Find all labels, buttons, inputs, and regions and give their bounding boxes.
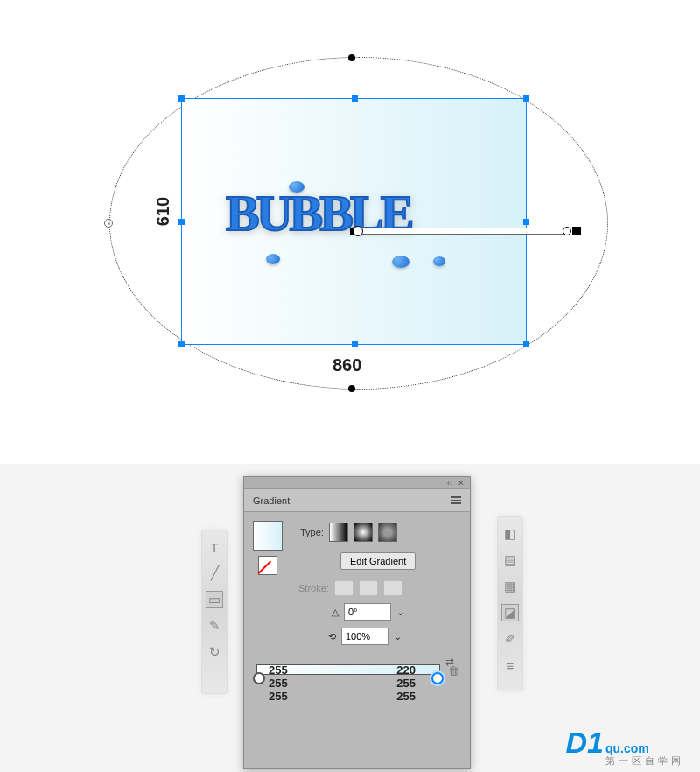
chevron-down-icon[interactable]: ⌄ <box>394 631 402 642</box>
left-stop-rgb: 255 255 255 <box>269 663 288 703</box>
ellipse-left-node[interactable] <box>104 219 113 228</box>
selection-handle-tl[interactable] <box>178 95 185 102</box>
gradient-panel: ‹‹ ✕ Gradient Type: Edit Gradient Strok <box>243 476 471 769</box>
freeform-gradient-icon[interactable] <box>378 523 397 542</box>
gradient-origin-handle[interactable] <box>353 226 363 236</box>
fill-swatch[interactable] <box>253 521 283 551</box>
angle-input[interactable] <box>344 603 391 621</box>
trash-icon[interactable]: 🗑 <box>448 664 459 677</box>
type-tool-icon[interactable]: T <box>206 539 222 555</box>
stroke-across-icon <box>383 580 402 596</box>
edit-gradient-row: Edit Gradient <box>340 552 416 570</box>
width-dimension-label: 860 <box>332 355 361 375</box>
ellipse-top-node[interactable] <box>348 54 355 61</box>
eyedropper-tool-icon[interactable]: ✐ <box>502 631 518 647</box>
watermark-domain: qu.com <box>606 742 684 754</box>
swatches-icon[interactable]: ◧ <box>502 526 518 542</box>
gradient-end-square[interactable] <box>572 227 581 235</box>
gradient-stop-right[interactable] <box>431 672 444 684</box>
panel-menu-icon[interactable] <box>451 496 461 504</box>
aspect-input[interactable] <box>341 628 388 645</box>
selection-handle-bl[interactable] <box>178 341 185 347</box>
selection-handle-bm[interactable] <box>352 341 358 347</box>
stroke-swatch-none[interactable] <box>258 556 277 575</box>
edit-gradient-button[interactable]: Edit Gradient <box>340 552 416 570</box>
panel-tab-row: Gradient <box>244 489 470 512</box>
collapse-icon[interactable]: ‹‹ <box>447 479 452 488</box>
canvas-area: BUBBLE 860 610 <box>0 0 700 429</box>
selection-handle-tm[interactable] <box>352 95 358 102</box>
right-toolbar: ◧ ▤ ▦ ◪ ✐ ≡ <box>497 516 523 691</box>
stroke-along-icon <box>359 580 378 596</box>
ellipse-bottom-node[interactable] <box>348 385 355 392</box>
gradient-tool-icon[interactable]: ◪ <box>502 605 518 621</box>
right-stop-rgb: 220 255 255 <box>396 663 416 703</box>
stroke-within-icon <box>334 580 354 596</box>
rectangle-tool-icon[interactable]: ▭ <box>206 592 222 607</box>
chevron-down-icon[interactable]: ⌄ <box>396 607 404 618</box>
gradient-annotator[interactable] <box>354 228 569 235</box>
selection-handle-mr[interactable] <box>523 219 529 225</box>
aspect-icon: ⟲ <box>328 631 336 642</box>
close-icon[interactable]: ✕ <box>458 479 465 488</box>
linear-gradient-icon[interactable] <box>329 523 348 542</box>
bubble-dot <box>289 181 304 193</box>
angle-row: △ ⌄ <box>332 603 404 621</box>
stroke-label: Stroke: <box>298 583 329 593</box>
brush-tool-icon[interactable]: ✎ <box>206 618 222 634</box>
gradient-end-circle[interactable] <box>563 227 571 235</box>
bubble-dot <box>266 254 280 264</box>
angle-icon: △ <box>332 607 339 618</box>
aspect-row: ⟲ ⌄ <box>328 628 402 645</box>
brushes-icon[interactable]: ▤ <box>502 552 518 568</box>
watermark-brand: D1 <box>566 726 604 760</box>
selection-handle-ml[interactable] <box>178 219 185 225</box>
height-dimension-label: 610 <box>153 197 173 226</box>
panel-title[interactable]: Gradient <box>253 495 290 506</box>
panel-area: T ╱ ▭ ✎ ↻ ◧ ▤ ▦ ◪ ✐ ≡ ‹‹ ✕ Gradient Type… <box>0 464 700 772</box>
watermark: D1 qu.com 第一区自学网 <box>566 726 684 767</box>
stroke-row: Stroke: <box>298 580 402 596</box>
selection-handle-br[interactable] <box>523 341 529 347</box>
symbols-icon[interactable]: ▦ <box>502 579 518 594</box>
fill-stroke-swatches <box>253 521 283 575</box>
bubble-dot <box>433 256 445 266</box>
bubble-dot <box>392 256 410 268</box>
selection-handle-tr[interactable] <box>523 95 529 102</box>
panel-body: Type: Edit Gradient Stroke: △ ⌄ ⟲ <box>244 512 470 731</box>
watermark-subtitle: 第一区自学网 <box>606 754 684 767</box>
left-toolbar: T ╱ ▭ ✎ ↻ <box>201 530 228 694</box>
type-row: Type: <box>300 523 397 542</box>
gradient-stop-left[interactable] <box>253 672 265 684</box>
stroke-icon[interactable]: ≡ <box>502 657 518 673</box>
line-tool-icon[interactable]: ╱ <box>206 565 222 581</box>
type-label: Type: <box>300 527 324 537</box>
panel-titlebar[interactable]: ‹‹ ✕ <box>244 477 470 489</box>
radial-gradient-icon[interactable] <box>354 523 373 542</box>
gradient-slider[interactable]: 🗑 255 255 255 220 255 255 <box>256 664 440 675</box>
rotate-tool-icon[interactable]: ↻ <box>206 644 222 660</box>
